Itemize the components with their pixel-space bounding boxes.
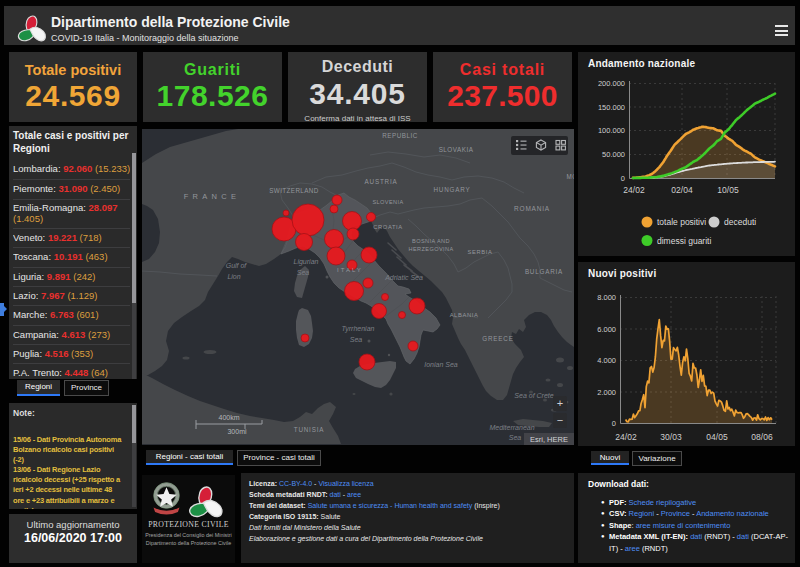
svg-text:200.000: 200.000 bbox=[598, 79, 625, 88]
svg-text:24/02: 24/02 bbox=[615, 432, 637, 442]
svg-text:BOSNIA AND: BOSNIA AND bbox=[412, 238, 450, 244]
svg-text:SERBIA: SERBIA bbox=[468, 249, 493, 255]
svg-text:ROMANIA: ROMANIA bbox=[514, 205, 550, 212]
svg-text:4.000: 4.000 bbox=[597, 356, 616, 365]
svg-text:24/02: 24/02 bbox=[623, 185, 645, 195]
svg-text:50.000: 50.000 bbox=[602, 150, 625, 159]
svg-text:TUNISIA: TUNISIA bbox=[294, 426, 324, 433]
svg-text:BULGARIA: BULGARIA bbox=[525, 268, 563, 275]
svg-text:HUNGARY: HUNGARY bbox=[434, 186, 471, 193]
svg-text:300mi: 300mi bbox=[227, 428, 247, 435]
svg-text:MO: MO bbox=[566, 173, 574, 180]
svg-text:REPUBLIC: REPUBLIC bbox=[382, 132, 418, 139]
svg-text:Sea: Sea bbox=[297, 269, 310, 276]
svg-text:AUSTRIA: AUSTRIA bbox=[365, 178, 398, 185]
svg-text:Sea: Sea bbox=[509, 434, 522, 441]
svg-text:SWITZERLAND: SWITZERLAND bbox=[269, 187, 319, 194]
svg-text:CROATIA: CROATIA bbox=[373, 224, 403, 230]
svg-text:04/05: 04/05 bbox=[706, 432, 728, 442]
svg-text:SLOVENIA: SLOVENIA bbox=[372, 199, 403, 205]
svg-text:Ligurian: Ligurian bbox=[294, 258, 319, 266]
svg-text:dimessi guariti: dimessi guariti bbox=[657, 236, 711, 246]
svg-text:Mediterranean: Mediterranean bbox=[489, 424, 534, 431]
svg-text:0: 0 bbox=[612, 419, 616, 428]
svg-text:HERZEGOVINA: HERZEGOVINA bbox=[408, 246, 453, 252]
svg-text:02/04: 02/04 bbox=[671, 185, 693, 195]
svg-text:Sea of Crete: Sea of Crete bbox=[514, 392, 553, 399]
svg-text:Sea: Sea bbox=[350, 336, 363, 343]
svg-text:30/03: 30/03 bbox=[660, 432, 682, 442]
svg-text:GREECE: GREECE bbox=[482, 335, 513, 342]
svg-text:+: + bbox=[557, 397, 563, 409]
svg-text:10/05: 10/05 bbox=[717, 185, 739, 195]
svg-text:ALBANIA: ALBANIA bbox=[450, 312, 479, 318]
svg-text:6.000: 6.000 bbox=[597, 325, 616, 334]
svg-text:150.000: 150.000 bbox=[598, 103, 625, 112]
svg-text:Tyrrhenian: Tyrrhenian bbox=[342, 325, 375, 333]
svg-text:Gulf of: Gulf of bbox=[226, 262, 248, 269]
svg-text:08/06: 08/06 bbox=[751, 432, 773, 442]
svg-text:400km: 400km bbox=[218, 414, 239, 421]
svg-text:Lion: Lion bbox=[227, 273, 240, 280]
svg-text:Esri, HERE: Esri, HERE bbox=[530, 435, 568, 444]
svg-text:SLOVAKIA: SLOVAKIA bbox=[439, 146, 474, 153]
svg-text:Ionian Sea: Ionian Sea bbox=[424, 361, 458, 368]
svg-text:FRANCE: FRANCE bbox=[184, 192, 241, 201]
svg-text:Adriatic Sea: Adriatic Sea bbox=[384, 274, 423, 281]
svg-text:deceduti: deceduti bbox=[724, 217, 756, 227]
svg-text:totale positivi: totale positivi bbox=[657, 217, 706, 227]
svg-text:8.000: 8.000 bbox=[597, 293, 616, 302]
svg-text:2.000: 2.000 bbox=[597, 388, 616, 397]
svg-text:100.000: 100.000 bbox=[598, 126, 625, 135]
svg-text:ITALY: ITALY bbox=[337, 267, 363, 273]
svg-text:−: − bbox=[557, 414, 563, 426]
svg-text:0: 0 bbox=[621, 174, 625, 183]
